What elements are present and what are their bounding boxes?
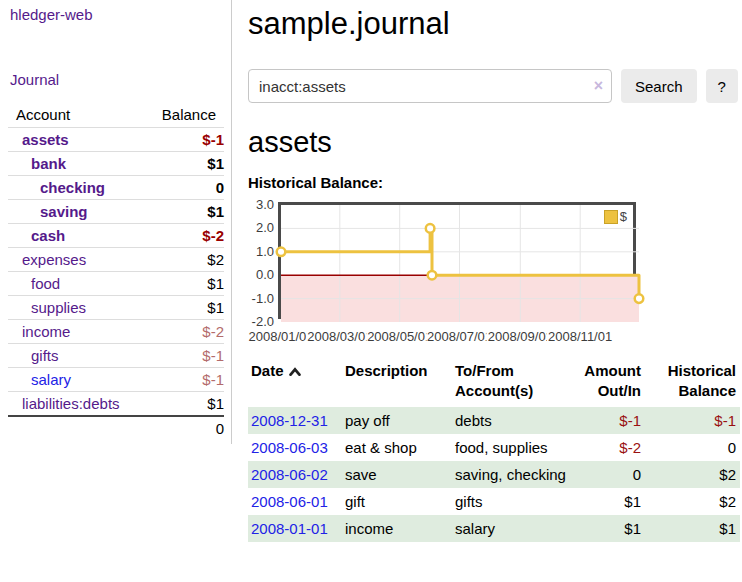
y-axis-label: 3.0 bbox=[248, 197, 274, 212]
chart-legend: $ bbox=[602, 208, 629, 225]
account-balance: $1 bbox=[141, 152, 224, 176]
balance-column-header-register: Historical Balance bbox=[653, 359, 740, 407]
account-balance: 0 bbox=[141, 176, 224, 200]
account-link[interactable]: food bbox=[31, 275, 60, 292]
data-point-marker[interactable] bbox=[277, 248, 286, 257]
account-row: salary$-1 bbox=[8, 368, 224, 392]
register-balance: $2 bbox=[653, 461, 740, 488]
account-row: expenses$2 bbox=[8, 248, 224, 272]
app-title-link[interactable]: hledger-web bbox=[10, 6, 231, 23]
register-accounts: debts bbox=[455, 407, 567, 434]
account-balance: $2 bbox=[141, 248, 224, 272]
register-date-link[interactable]: 2008-06-01 bbox=[251, 493, 328, 510]
account-link[interactable]: checking bbox=[40, 179, 105, 196]
account-name-cell: gifts bbox=[8, 344, 141, 368]
accounts-column-header: To/From Account(s) bbox=[455, 359, 567, 407]
x-axis-label: 2008/09/01 bbox=[487, 329, 554, 344]
main-content: sample.journal × Search ? assets Histori… bbox=[232, 0, 742, 560]
account-link[interactable]: cash bbox=[31, 227, 65, 244]
register-row: 2008-12-31pay offdebts$-1$-1 bbox=[248, 407, 740, 434]
search-input[interactable] bbox=[248, 69, 612, 103]
y-axis-label: -2.0 bbox=[248, 314, 274, 329]
account-link[interactable]: liabilities:debts bbox=[22, 395, 120, 412]
register-row: 2008-01-01incomesalary$1$1 bbox=[248, 515, 740, 542]
account-link[interactable]: saving bbox=[40, 203, 88, 220]
account-link[interactable]: bank bbox=[31, 155, 66, 172]
date-header-label: Date bbox=[251, 362, 284, 379]
register-balance: $-1 bbox=[653, 407, 740, 434]
data-point-marker[interactable] bbox=[426, 224, 435, 233]
register-description: gift bbox=[345, 488, 455, 515]
account-link[interactable]: income bbox=[22, 323, 70, 340]
register-amount: $-2 bbox=[567, 434, 653, 461]
sidebar-item-journal[interactable]: Journal bbox=[10, 71, 231, 88]
y-axis-label: -1.0 bbox=[248, 291, 274, 306]
data-point-marker[interactable] bbox=[428, 271, 437, 280]
account-name-cell: saving bbox=[8, 200, 141, 224]
account-balance: $1 bbox=[141, 200, 224, 224]
account-link[interactable]: expenses bbox=[22, 251, 86, 268]
accounts-header-row: Account Balance bbox=[8, 102, 224, 128]
sidebar: hledger-web Journal Account Balance asse… bbox=[0, 0, 232, 444]
account-row: gifts$-1 bbox=[8, 344, 224, 368]
sort-ascending-icon bbox=[289, 367, 301, 376]
page-title: sample.journal bbox=[248, 6, 740, 42]
accounts-total-spacer bbox=[8, 416, 141, 440]
account-link[interactable]: supplies bbox=[31, 299, 86, 316]
help-button[interactable]: ? bbox=[706, 69, 738, 103]
register-amount: $-1 bbox=[567, 407, 653, 434]
account-balance: $1 bbox=[141, 272, 224, 296]
y-axis-label: 1.0 bbox=[248, 244, 274, 259]
account-name-cell: supplies bbox=[8, 296, 141, 320]
data-point-marker[interactable] bbox=[635, 294, 644, 303]
account-name-cell: cash bbox=[8, 224, 141, 248]
search-button[interactable]: Search bbox=[621, 69, 697, 103]
register-accounts: saving, checking bbox=[455, 461, 567, 488]
plot-canvas bbox=[281, 205, 639, 322]
accounts-total-row: 0 bbox=[8, 416, 224, 440]
account-link[interactable]: assets bbox=[22, 131, 69, 148]
register-date-link[interactable]: 2008-06-03 bbox=[251, 439, 328, 456]
account-row: liabilities:debts$1 bbox=[8, 392, 224, 417]
accounts-tree-table: Account Balance assets$-1bank$1checking0… bbox=[8, 102, 224, 440]
historical-balance-chart: 3.02.01.00.0-1.0-2.0 $ 2008/01/012008/03… bbox=[248, 197, 740, 343]
account-name-cell: liabilities:debts bbox=[8, 392, 141, 417]
register-description: eat & shop bbox=[345, 434, 455, 461]
y-axis-label: 0.0 bbox=[248, 267, 274, 282]
register-date-cell: 2008-06-03 bbox=[248, 434, 345, 461]
account-name-cell: expenses bbox=[8, 248, 141, 272]
clear-search-icon[interactable]: × bbox=[594, 76, 603, 96]
legend-swatch bbox=[604, 210, 618, 224]
account-balance: $-2 bbox=[141, 320, 224, 344]
register-accounts: salary bbox=[455, 515, 567, 542]
account-row: food$1 bbox=[8, 272, 224, 296]
register-date-cell: 2008-12-31 bbox=[248, 407, 345, 434]
account-row: checking0 bbox=[8, 176, 224, 200]
register-row: 2008-06-02savesaving, checking0$2 bbox=[248, 461, 740, 488]
register-date-link[interactable]: 2008-06-02 bbox=[251, 466, 328, 483]
balance-column-header: Balance bbox=[141, 102, 224, 128]
account-name-cell: salary bbox=[8, 368, 141, 392]
account-name-cell: assets bbox=[8, 128, 141, 152]
register-header-row: Date Description To/From Account(s) Amou… bbox=[248, 359, 740, 407]
register-date-link[interactable]: 2008-01-01 bbox=[251, 520, 328, 537]
account-link[interactable]: gifts bbox=[31, 347, 59, 364]
account-balance: $1 bbox=[141, 296, 224, 320]
account-row: cash$-2 bbox=[8, 224, 224, 248]
account-row: assets$-1 bbox=[8, 128, 224, 152]
register-amount: 0 bbox=[567, 461, 653, 488]
account-row: bank$1 bbox=[8, 152, 224, 176]
register-description: save bbox=[345, 461, 455, 488]
search-form: × Search ? bbox=[248, 69, 740, 103]
x-axis-label: 2008/01/01 bbox=[247, 329, 314, 344]
description-column-header: Description bbox=[345, 359, 455, 407]
register-date-cell: 2008-01-01 bbox=[248, 515, 345, 542]
accounts-total-balance: 0 bbox=[141, 416, 224, 440]
account-name-cell: food bbox=[8, 272, 141, 296]
x-axis-label: 2008/11/01 bbox=[547, 329, 613, 344]
register-date-cell: 2008-06-02 bbox=[248, 461, 345, 488]
date-column-header[interactable]: Date bbox=[248, 359, 345, 407]
register-date-link[interactable]: 2008-12-31 bbox=[251, 412, 328, 429]
account-link[interactable]: salary bbox=[31, 371, 71, 388]
account-row: supplies$1 bbox=[8, 296, 224, 320]
